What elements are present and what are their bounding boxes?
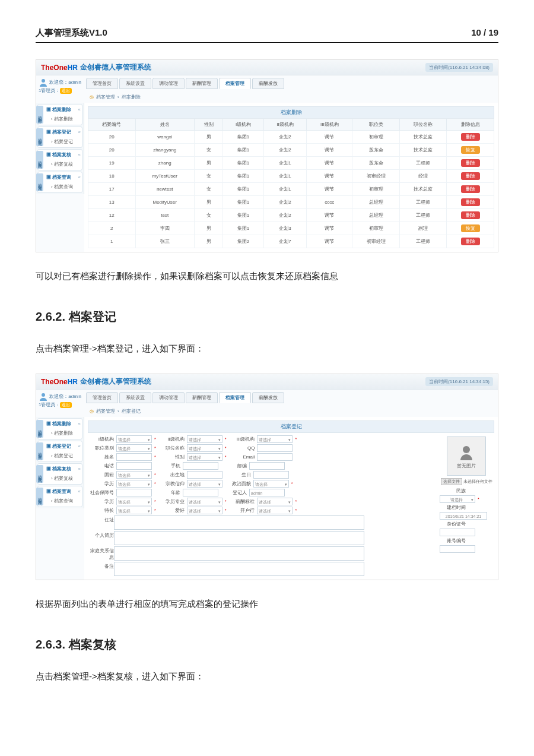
nav-tab[interactable]: 薪酬发放 — [252, 78, 284, 89]
resume-textarea[interactable] — [114, 531, 364, 545]
nav-tab[interactable]: 薪酬管理 — [186, 78, 218, 89]
delete-button[interactable]: 删除 — [461, 185, 480, 193]
delete-button[interactable]: 删除 — [461, 211, 480, 219]
table-cell: 集团1 — [223, 209, 263, 222]
sidebar-header[interactable]: ▣ 档案复核« — [45, 150, 82, 160]
sidebar-header[interactable]: ▣ 档案删除« — [45, 419, 82, 429]
form-select[interactable]: 请选择 — [116, 471, 152, 479]
form-input[interactable] — [116, 462, 152, 470]
nav-tab[interactable]: 档案管理 — [219, 78, 251, 89]
delete-button[interactable]: 删除 — [461, 133, 480, 141]
form-select[interactable]: 请选择 — [187, 507, 223, 514]
form-input[interactable] — [253, 471, 289, 479]
form-select[interactable]: 请选择 — [116, 480, 152, 488]
action-cell: 删除 — [447, 170, 494, 183]
current-time: 当前时间(116.6.21 14:34:08) — [425, 63, 493, 72]
sidebar-item[interactable]: › 档案查询 — [45, 182, 82, 192]
ethnic-select[interactable]: 请选择 — [440, 495, 475, 503]
sidebar-item[interactable]: › 档案复核 — [45, 474, 82, 484]
form-input[interactable] — [249, 462, 285, 470]
form-select[interactable]: 请选择 — [257, 507, 293, 514]
sidebar-header[interactable]: ▣ 档案复核« — [45, 464, 82, 474]
form-label: I级机构 — [88, 436, 114, 442]
form-select[interactable]: 请选择 — [116, 435, 152, 443]
sidebar-header[interactable]: ▣ 档案登记« — [45, 441, 82, 451]
form-select[interactable]: 请选择 — [187, 498, 223, 505]
nav-tab[interactable]: 档案管理 — [219, 392, 251, 403]
idno-field[interactable] — [440, 529, 475, 536]
form-select[interactable]: 请选择 — [116, 498, 152, 505]
table-cell: 1 — [88, 235, 136, 248]
form-input[interactable] — [183, 489, 218, 496]
sidebar-item[interactable]: › 档案删除 — [45, 429, 82, 439]
nav-tab[interactable]: 薪酬发放 — [252, 392, 284, 403]
table-cell: 总经理 — [352, 209, 400, 222]
table-cell: 初审经理 — [352, 235, 400, 248]
form-label: Email — [228, 454, 255, 460]
logo-part-b: HR — [68, 64, 78, 72]
form-select[interactable]: 请选择 — [116, 507, 152, 514]
address-input[interactable] — [114, 515, 364, 530]
form-select[interactable]: 请选择 — [257, 498, 293, 505]
table-header: 姓名 — [135, 119, 194, 131]
table-cell: 20 — [88, 144, 136, 157]
crumb-root[interactable]: 档案管理 — [96, 94, 115, 100]
form-select[interactable]: 请选择 — [187, 480, 223, 488]
form-input[interactable] — [116, 489, 152, 496]
table-cell: 股东会 — [352, 144, 400, 157]
screenshot-register: TheOneHR 金创睿德人事管理系统 当前时间(116.6.21 14:34:… — [36, 374, 498, 580]
form-label: 政治面貌 — [225, 480, 251, 487]
sidebar-header[interactable]: ▣ 档案查询« — [45, 486, 82, 496]
form-input[interactable] — [183, 462, 218, 470]
nav-tab[interactable]: 调动管理 — [152, 392, 185, 403]
sidebar-header[interactable]: ▣ 档案删除« — [45, 105, 82, 115]
remark-textarea[interactable] — [114, 562, 364, 576]
form-select[interactable]: 请选择 — [257, 435, 293, 443]
action-cell: 删除 — [447, 157, 494, 170]
sidebar-item[interactable]: › 档案查询 — [45, 496, 82, 507]
family-textarea[interactable] — [114, 546, 364, 561]
form-select[interactable]: 请选择 — [187, 453, 223, 461]
table-cell: 女 — [194, 209, 223, 222]
form-select[interactable]: 请选择 — [116, 444, 152, 452]
user-level: 1管理员： — [39, 88, 60, 93]
nav-tab[interactable]: 系统设置 — [119, 392, 151, 403]
recover-button[interactable]: 恢复 — [461, 224, 480, 232]
bankno-field[interactable] — [440, 545, 475, 553]
form-select[interactable]: 请选择 — [187, 435, 223, 443]
logout-button[interactable]: 退出 — [60, 402, 72, 408]
form-select[interactable]: 请选择 — [187, 444, 223, 452]
sidebar-group: 档案查询▣ 档案查询«› 档案查询 — [37, 172, 82, 193]
page-header: 人事管理系统V1.0 10 / 19 — [36, 24, 498, 43]
form-input[interactable] — [257, 453, 293, 461]
choose-file-button[interactable]: 选择文件 — [441, 478, 462, 485]
delete-button[interactable]: 删除 — [461, 172, 480, 180]
sidebar-item[interactable]: › 档案删除 — [45, 115, 82, 125]
table-cell: 副理 — [399, 222, 447, 235]
nav-tab[interactable]: 调动管理 — [152, 78, 185, 89]
table-cell: 调节 — [307, 209, 352, 222]
form-select[interactable]: 请选择 — [253, 480, 289, 488]
sidebar-ribbon: 档案删除 — [36, 106, 43, 124]
nav-tab[interactable]: 薪酬管理 — [186, 392, 218, 403]
sidebar-header[interactable]: ▣ 档案查询« — [45, 172, 82, 182]
form-input[interactable] — [116, 453, 152, 461]
form-input[interactable] — [257, 444, 293, 452]
delete-button[interactable]: 删除 — [461, 159, 480, 167]
photo-panel: 暂无图片 选择文件 未选择任何文件 民族请选择* 建档时间2016/6/21 1… — [438, 435, 494, 576]
logout-button[interactable]: 退出 — [60, 88, 72, 94]
nav-tab[interactable]: 管理首页 — [86, 392, 118, 403]
sidebar-header[interactable]: ▣ 档案登记« — [45, 127, 82, 137]
sidebar-item[interactable]: › 档案登记 — [45, 137, 82, 147]
crumb-root[interactable]: 档案管理 — [96, 408, 115, 415]
form-input[interactable]: admin — [249, 489, 285, 496]
delete-button[interactable]: 删除 — [461, 198, 480, 206]
nav-tab[interactable]: 管理首页 — [86, 78, 118, 89]
sidebar-item[interactable]: › 档案复核 — [45, 160, 82, 170]
crumb-leaf: 档案删除 — [122, 94, 141, 100]
form-input[interactable] — [187, 471, 223, 479]
nav-tab[interactable]: 系统设置 — [119, 78, 151, 89]
recover-button[interactable]: 恢复 — [461, 146, 480, 154]
delete-button[interactable]: 删除 — [461, 238, 480, 245]
sidebar-item[interactable]: › 档案登记 — [45, 451, 82, 461]
